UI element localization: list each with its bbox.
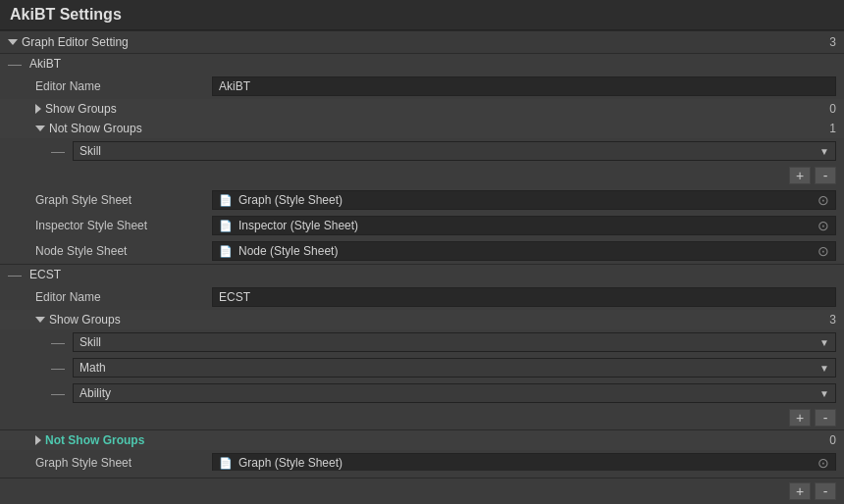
akibt-show-groups-count: 0 — [829, 102, 836, 116]
akibt-node-style-text: Node (Style Sheet) — [238, 244, 338, 258]
ecst-group-arrow-1: ▼ — [819, 363, 829, 374]
akibt-group-item-dash-0: — — [51, 144, 65, 158]
ecst-not-show-groups-count: 0 — [829, 433, 836, 447]
ecst-group-item-dash-0: — — [51, 335, 65, 349]
ecst-editor-name-label: Editor Name — [35, 290, 212, 304]
graph-editor-setting-count: 3 — [829, 35, 836, 49]
akibt-show-groups-header[interactable]: Show Groups 0 — [0, 99, 844, 119]
akibt-graph-style-text: Graph (Style Sheet) — [238, 193, 343, 207]
akibt-inspector-style-row: Inspector Style Sheet 📄 Inspector (Style… — [0, 213, 844, 238]
akibt-inspector-style-value[interactable]: 📄 Inspector (Style Sheet) ⊙ — [212, 216, 836, 235]
akibt-graph-style-label: Graph Style Sheet — [35, 193, 212, 207]
ecst-graph-style-text: Graph (Style Sheet) — [238, 456, 343, 470]
akibt-label: AkiBT — [29, 57, 61, 71]
ecst-group-value-0: Skill — [79, 335, 101, 349]
global-remove-button[interactable]: - — [815, 482, 836, 500]
ecst-dash: — — [8, 268, 22, 281]
akibt-add-remove-bar: + - — [0, 164, 844, 187]
ecst-group-dropdown-2[interactable]: Ability ▼ — [73, 383, 836, 403]
akibt-node-style-value[interactable]: 📄 Node (Style Sheet) ⊙ — [212, 241, 836, 261]
akibt-header[interactable]: AkiBT — [29, 57, 836, 71]
collapse-icon — [8, 39, 18, 45]
akibt-not-show-groups-label: Not Show Groups — [49, 122, 142, 135]
ecst-graph-style-value[interactable]: 📄 Graph (Style Sheet) ⊙ — [212, 453, 836, 471]
ecst-show-groups-label: Show Groups — [49, 313, 121, 327]
ecst-graph-file-icon: 📄 — [219, 457, 233, 470]
akibt-show-groups-label: Show Groups — [45, 102, 117, 116]
app-title: AkiBT Settings — [10, 6, 122, 23]
ecst-group-dropdown-0[interactable]: Skill ▼ — [73, 332, 836, 352]
akibt-node-style-circle[interactable]: ⊙ — [818, 243, 829, 259]
ecst-show-remove-button[interactable]: - — [815, 409, 836, 427]
akibt-not-show-groups-count: 1 — [829, 122, 836, 135]
ecst-show-groups-collapse — [35, 317, 45, 323]
akibt-node-style-inner: 📄 Node (Style Sheet) — [219, 244, 338, 258]
ecst-group-dropdown-1[interactable]: Math ▼ — [73, 358, 836, 378]
ecst-graph-style-circle[interactable]: ⊙ — [818, 455, 829, 471]
akibt-node-style-row: Node Style Sheet 📄 Node (Style Sheet) ⊙ — [0, 238, 844, 264]
graph-editor-setting-header[interactable]: Graph Editor Setting 3 — [0, 30, 844, 54]
akibt-not-show-groups-collapse — [35, 126, 45, 131]
ecst-graph-style-label: Graph Style Sheet — [35, 456, 212, 470]
ecst-editor-name-row: Editor Name — [0, 284, 844, 310]
ecst-not-show-groups-collapse — [35, 435, 41, 445]
akibt-editor-name-value-container — [212, 76, 836, 96]
ecst-graph-style-inner: 📄 Graph (Style Sheet) — [219, 456, 343, 470]
global-add-button[interactable]: + — [789, 482, 811, 500]
akibt-editor-name-input[interactable] — [212, 76, 836, 96]
ecst-not-show-groups-header[interactable]: Not Show Groups 0 — [0, 430, 844, 450]
ecst-show-add-button[interactable]: + — [789, 409, 811, 427]
ecst-group-arrow-2: ▼ — [819, 388, 829, 399]
akibt-graph-style-circle[interactable]: ⊙ — [818, 192, 829, 208]
akibt-add-button[interactable]: + — [789, 167, 811, 184]
ecst-graph-style-row: Graph Style Sheet 📄 Graph (Style Sheet) … — [0, 450, 844, 471]
akibt-graph-style-inner: 📄 Graph (Style Sheet) — [219, 193, 343, 207]
main-content: Graph Editor Setting 3 — AkiBT Editor Na… — [0, 30, 844, 471]
akibt-group-arrow-0: ▼ — [819, 146, 829, 157]
ecst-group-value-1: Math — [79, 361, 106, 375]
akibt-editor-name-row: Editor Name — [0, 74, 844, 99]
akibt-node-file-icon: 📄 — [219, 245, 233, 258]
graph-editor-setting-label: Graph Editor Setting — [22, 35, 129, 49]
akibt-inspector-style-inner: 📄 Inspector (Style Sheet) — [219, 219, 358, 232]
akibt-not-show-groups-header[interactable]: Not Show Groups 1 — [0, 119, 844, 138]
akibt-inspector-style-circle[interactable]: ⊙ — [818, 218, 829, 233]
akibt-group-row: — AkiBT — [0, 54, 844, 74]
ecst-group-row: — ECST — [0, 265, 844, 284]
akibt-graph-style-value[interactable]: 📄 Graph (Style Sheet) ⊙ — [212, 190, 836, 210]
ecst-group-item-0: — Skill ▼ — [0, 329, 844, 355]
akibt-group-item-0: — Skill ▼ — [0, 138, 844, 164]
akibt-remove-button[interactable]: - — [815, 167, 836, 184]
ecst-group-item-2: — Ability ▼ — [0, 380, 844, 406]
ecst-group-value-2: Ability — [79, 386, 111, 400]
ecst-show-add-remove-bar: + - — [0, 406, 844, 429]
akibt-group-dropdown-0[interactable]: Skill ▼ — [73, 141, 836, 161]
akibt-inspector-style-text: Inspector (Style Sheet) — [238, 219, 358, 232]
akibt-dash: — — [8, 57, 22, 71]
ecst-not-show-groups-label: Not Show Groups — [45, 433, 144, 447]
ecst-group-item-dash-1: — — [51, 361, 65, 375]
akibt-node-style-label: Node Style Sheet — [35, 244, 212, 258]
akibt-editor-name-label: Editor Name — [35, 79, 212, 93]
akibt-inspector-file-icon: 📄 — [219, 220, 233, 232]
ecst-group-item-1: — Math ▼ — [0, 355, 844, 380]
akibt-show-groups-collapse — [35, 104, 41, 114]
ecst-editor-name-value-container — [212, 287, 836, 307]
ecst-show-groups-count: 3 — [829, 313, 836, 327]
ecst-group-arrow-0: ▼ — [819, 337, 829, 348]
title-bar: AkiBT Settings — [0, 0, 844, 30]
akibt-inspector-style-label: Inspector Style Sheet — [35, 219, 212, 232]
ecst-show-groups-header[interactable]: Show Groups 3 — [0, 310, 844, 329]
akibt-group-value-0: Skill — [79, 144, 101, 158]
ecst-group-item-dash-2: — — [51, 386, 65, 400]
ecst-label: ECST — [29, 268, 61, 281]
akibt-graph-style-row: Graph Style Sheet 📄 Graph (Style Sheet) … — [0, 187, 844, 213]
ecst-header[interactable]: ECST — [29, 268, 836, 281]
bottom-bar: + - — [0, 478, 844, 504]
ecst-editor-name-input[interactable] — [212, 287, 836, 307]
akibt-graph-file-icon: 📄 — [219, 194, 233, 207]
